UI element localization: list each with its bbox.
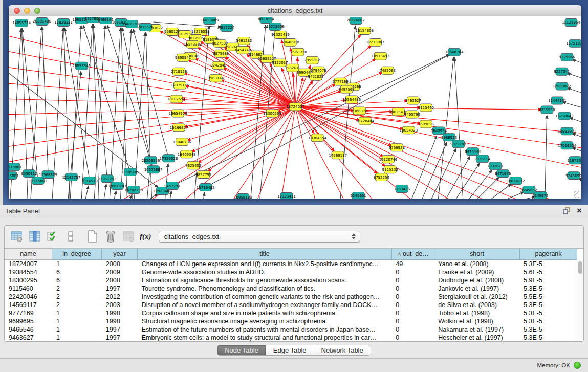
table-row[interactable]: 1830029562008Estimation of significance … <box>5 276 577 285</box>
graph-node[interactable]: 16961758 <box>289 48 307 56</box>
memory-status-indicator[interactable] <box>574 362 581 369</box>
table-cell[interactable]: Tourette syndrome. Phenomenology and cla… <box>138 285 392 293</box>
table-cell[interactable]: Structural magnetic resonance image aver… <box>138 317 392 325</box>
graph-node[interactable]: 9466161 <box>98 17 114 24</box>
table-cell[interactable]: 1997 <box>102 285 138 293</box>
column-header-year[interactable]: year <box>102 249 138 260</box>
table-cell[interactable]: de Silva et al. (2003) <box>434 301 519 309</box>
graph-node[interactable]: 9457791 <box>164 182 180 190</box>
column-header-pagerank[interactable]: pagerank <box>520 249 577 260</box>
table-cell[interactable]: 2 <box>52 285 102 293</box>
graph-node[interactable]: 10975887 <box>144 166 163 173</box>
table-cell[interactable]: 0 <box>391 276 434 285</box>
graph-node[interactable]: 20876682 <box>346 17 365 24</box>
control-panel-splitter[interactable] <box>0 0 3 205</box>
graph-node[interactable]: 9379197 <box>450 140 466 148</box>
graph-node[interactable]: 11829321 <box>54 18 73 26</box>
graph-node[interactable]: 11123954 <box>562 18 580 26</box>
graph-node[interactable]: 7903144 <box>208 74 224 82</box>
delete-table-button[interactable] <box>103 229 118 244</box>
table-cell[interactable]: 1 <box>52 325 102 334</box>
table-row[interactable]: 1872400712008Changes of HCN gene express… <box>5 260 577 268</box>
table-cell[interactable]: 0 <box>391 317 434 325</box>
citation-graph[interactable]: 1872400776638229560128891295418226058982… <box>9 17 581 199</box>
table-scrollbar[interactable] <box>577 260 583 341</box>
graph-node[interactable]: 1733426 <box>394 185 410 193</box>
table-cell[interactable]: 5.3E-5 <box>519 309 577 317</box>
graph-node[interactable]: 2718126 <box>171 68 187 75</box>
graph-node[interactable]: 16120746 <box>379 156 398 163</box>
table-cell[interactable]: Jankovic et al. (1997) <box>434 285 519 293</box>
table-cell[interactable]: 0 <box>391 309 434 317</box>
table-cell[interactable]: 5.3E-5 <box>519 317 577 325</box>
table-cell[interactable]: Yano et al. (2008) <box>434 260 519 268</box>
table-cell[interactable]: 22420046 <box>5 293 52 301</box>
table-row[interactable]: 969969511998Structural magnetic resonanc… <box>5 317 577 325</box>
table-cell[interactable]: Estimation of the future numbers of pati… <box>138 325 392 334</box>
zoom-window-button[interactable] <box>34 8 40 14</box>
column-header-name[interactable]: name <box>5 249 52 260</box>
graph-node[interactable]: 12142757 <box>62 173 80 181</box>
table-row[interactable]: 1938455462009Genome-wide association stu… <box>5 268 577 276</box>
graph-node[interactable]: 10654112 <box>507 177 525 185</box>
graph-node[interactable]: 11325419 <box>271 31 290 38</box>
graph-node[interactable]: 8350612 <box>21 170 37 178</box>
graph-node[interactable]: 9875685 <box>213 50 229 57</box>
graph-node[interactable]: 9756928 <box>389 144 405 151</box>
table-cell[interactable]: 1998 <box>102 317 138 325</box>
network-canvas[interactable]: 1872400776638229560128891295418226058982… <box>9 17 581 199</box>
graph-node[interactable]: 9322037 <box>272 59 288 67</box>
graph-node[interactable]: 10973493 <box>371 52 389 60</box>
table-row[interactable]: 1456911722003Disruption of a novel membe… <box>5 301 577 309</box>
table-cell[interactable]: 2009 <box>102 268 138 276</box>
table-cell[interactable]: Corpus callosum shape and size in male p… <box>138 309 392 317</box>
graph-node[interactable]: 9115460 <box>418 104 434 112</box>
graph-node[interactable]: 8752254 <box>374 173 390 181</box>
table-cell[interactable]: 2008 <box>102 276 138 285</box>
graph-node[interactable]: 12213967 <box>366 38 384 46</box>
table-cell[interactable]: Hescheler et al. (1997) <box>434 334 519 341</box>
table-cell[interactable]: 1997 <box>102 325 138 334</box>
table-cell[interactable]: 5.6E-5 <box>519 268 577 276</box>
create-table-button[interactable] <box>85 229 100 244</box>
window-resize-grip[interactable] <box>574 191 581 198</box>
table-cell[interactable]: 5.3E-5 <box>519 260 577 268</box>
table-cell[interactable]: 1 <box>52 309 102 317</box>
graph-node[interactable]: 8471676 <box>495 170 511 178</box>
graph-node[interactable]: 9474444 <box>465 148 481 156</box>
table-cell[interactable]: 6 <box>52 276 102 285</box>
graph-node[interactable]: 3915061 <box>9 172 19 180</box>
graph-node[interactable]: 20053346 <box>72 62 91 70</box>
graph-node[interactable]: 7955812 <box>304 56 320 64</box>
function-builder-button[interactable]: f(x) <box>140 232 151 241</box>
graph-node[interactable]: 2935114 <box>474 155 491 163</box>
graph-node[interactable]: 16053809 <box>201 17 219 24</box>
graph-node[interactable]: 15716485 <box>197 184 215 191</box>
select-rows-check-button[interactable] <box>45 229 60 244</box>
graph-node[interactable]: 10958107 <box>108 182 127 190</box>
graph-node[interactable]: 9463627 <box>405 97 421 104</box>
tab-network-table[interactable]: Network Table <box>314 345 371 355</box>
graph-node[interactable]: 12444131 <box>548 97 567 104</box>
table-cell[interactable]: 49 <box>391 260 434 268</box>
graph-node[interactable]: 9857791 <box>195 171 211 179</box>
table-cell[interactable]: 1997 <box>102 334 138 341</box>
graph-node[interactable]: 7485063 <box>380 67 396 74</box>
column-header-in-degree[interactable]: in_degree <box>52 249 102 260</box>
table-cell[interactable]: 0 <box>391 293 434 301</box>
table-cell[interactable]: 19384554 <box>5 268 52 276</box>
graph-node[interactable]: 9497568 <box>339 85 355 93</box>
table-cell[interactable]: 2 <box>52 293 102 301</box>
table-row[interactable]: 946362711997Embryonic stem cells: a mode… <box>5 334 577 341</box>
table-cell[interactable]: 1998 <box>102 309 138 317</box>
column-header-short[interactable]: short <box>434 249 520 260</box>
table-cell[interactable]: Disruption of a novel member of a sodium… <box>138 301 392 309</box>
network-view-window[interactable]: citations_edges.txt 18724007766382295601… <box>9 5 581 199</box>
graph-node[interactable]: 7932621 <box>487 162 503 170</box>
table-cell[interactable]: 1 <box>52 260 102 268</box>
table-cell[interactable]: 0 <box>391 301 434 309</box>
column-header-title[interactable]: title <box>138 249 392 260</box>
graph-node[interactable]: 12975115 <box>171 81 189 89</box>
table-cell[interactable]: Franke et al. (2009) <box>434 268 519 276</box>
table-settings-button[interactable] <box>9 229 25 244</box>
